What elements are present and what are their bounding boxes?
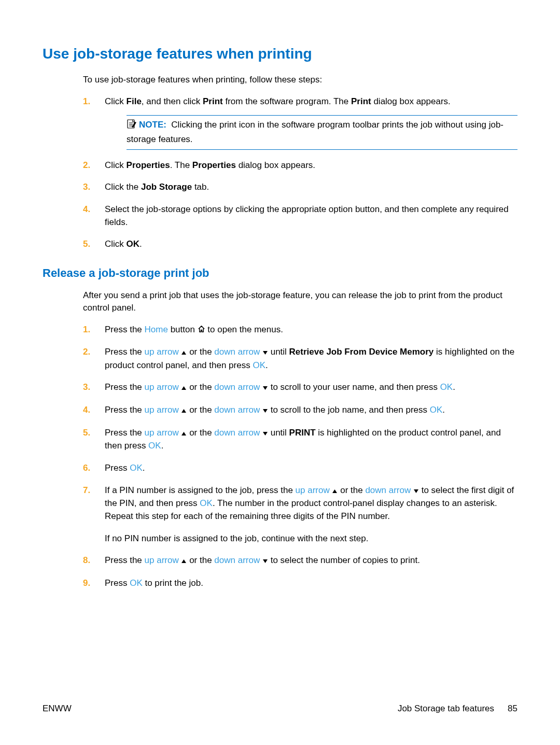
step-number: 3. (83, 381, 90, 394)
note-callout: NOTE: Clicking the print icon in the sof… (127, 115, 517, 149)
intro-text: After you send a print job that uses the… (83, 289, 517, 314)
page-heading: Use job-storage features when printing (43, 46, 517, 62)
step-text: Press the Home button to open the menus. (105, 325, 283, 334)
step-item: 6. Press OK. (83, 462, 517, 475)
step-number: 2. (83, 159, 90, 172)
step-item: 2. Press the up arrow or the down arrow … (83, 346, 517, 372)
step-number: 3. (83, 181, 90, 194)
step-number: 1. (83, 324, 90, 336)
section-heading: Release a job-storage print job (43, 266, 517, 280)
step-text: Press the up arrow or the down arrow unt… (105, 347, 514, 370)
step-number: 5. (83, 238, 90, 251)
step-item: 7. If a PIN number is assigned to the jo… (83, 484, 517, 545)
step-text: Click Properties. The Properties dialog … (105, 160, 315, 170)
up-arrow-icon (181, 382, 187, 395)
note-label: NOTE: (139, 120, 166, 130)
steps-list-1: 1. Click File, and then click Print from… (83, 95, 517, 251)
step-item: 5. Click OK. (83, 238, 517, 251)
up-arrow-icon (181, 555, 187, 568)
step-item: 8. Press the up arrow or the down arrow … (83, 554, 517, 568)
up-arrow-icon (332, 485, 338, 498)
down-arrow-icon (262, 427, 268, 440)
page-footer: ENWW Job Storage tab features 85 (43, 704, 517, 714)
step-text: Press OK. (105, 463, 145, 473)
step-item: 4. Select the job-storage options by cli… (83, 203, 517, 229)
step-subtext: If no PIN number is assigned to the job,… (105, 532, 517, 545)
up-arrow-icon (181, 404, 187, 417)
down-arrow-icon (262, 555, 268, 568)
step-text: Press the up arrow or the down arrow unt… (105, 428, 501, 451)
step-text: Press the up arrow or the down arrow to … (105, 405, 445, 415)
step-number: 9. (83, 577, 90, 590)
step-number: 4. (83, 404, 90, 417)
step-text: Click the Job Storage tab. (105, 182, 209, 192)
steps-list-2: 1. Press the Home button to open the men… (83, 324, 517, 590)
step-text: Press OK to print the job. (105, 578, 203, 588)
step-number: 4. (83, 203, 90, 216)
down-arrow-icon (262, 382, 268, 395)
step-text: If a PIN number is assigned to the job, … (105, 485, 514, 521)
step-item: 2. Click Properties. The Properties dial… (83, 159, 517, 172)
step-item: 5. Press the up arrow or the down arrow … (83, 427, 517, 453)
step-number: 1. (83, 95, 90, 108)
down-arrow-icon (262, 346, 268, 359)
page-number: 85 (508, 704, 517, 714)
up-arrow-icon (181, 427, 187, 440)
footer-left: ENWW (43, 704, 72, 714)
step-item: 4. Press the up arrow or the down arrow … (83, 404, 517, 417)
up-arrow-icon (181, 346, 187, 359)
step-item: 3. Click the Job Storage tab. (83, 181, 517, 194)
footer-section-title: Job Storage tab features (398, 704, 494, 714)
step-text: Click OK. (105, 239, 142, 249)
step-item: 1. Press the Home button to open the men… (83, 324, 517, 337)
step-number: 2. (83, 346, 90, 359)
step-number: 7. (83, 484, 90, 497)
note-icon (127, 119, 137, 133)
step-number: 8. (83, 554, 90, 567)
step-text: Select the job-storage options by clicki… (105, 204, 509, 227)
intro-text: To use job-storage features when printin… (83, 74, 517, 86)
home-icon (198, 324, 205, 337)
step-text: Press the up arrow or the down arrow to … (105, 382, 455, 392)
step-number: 5. (83, 427, 90, 440)
down-arrow-icon (413, 485, 419, 498)
step-number: 6. (83, 462, 90, 475)
down-arrow-icon (262, 404, 268, 417)
step-item: 1. Click File, and then click Print from… (83, 95, 517, 150)
note-text: Clicking the print icon in the software … (127, 120, 503, 144)
step-text: Press the up arrow or the down arrow to … (105, 555, 420, 565)
step-item: 3. Press the up arrow or the down arrow … (83, 381, 517, 395)
step-item: 9. Press OK to print the job. (83, 577, 517, 590)
step-text: Click File, and then click Print from th… (105, 96, 451, 106)
